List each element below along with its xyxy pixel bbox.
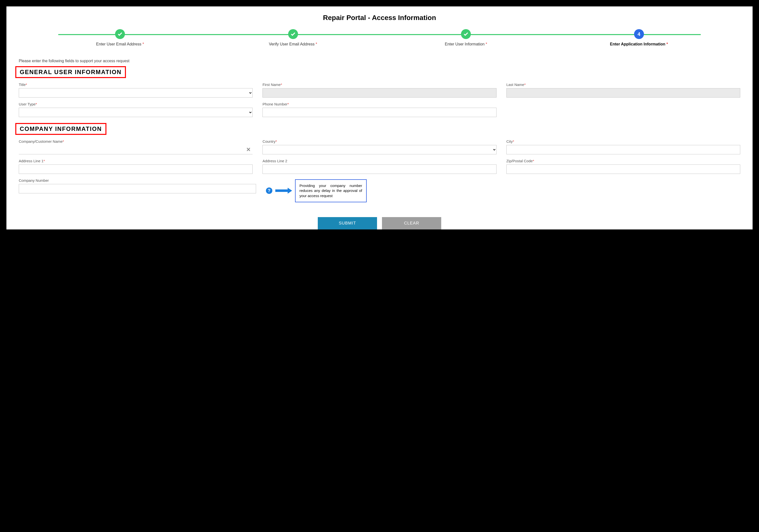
- clear-icon[interactable]: ✕: [244, 146, 253, 153]
- address2-label-text: Address Line 2: [262, 159, 287, 163]
- step-2-label: Verify User Email Address *: [269, 42, 317, 46]
- company-number-input[interactable]: [19, 184, 256, 193]
- company-number-label-text: Company Number: [19, 178, 49, 183]
- city-input[interactable]: [506, 145, 740, 154]
- phone-label-text: Phone Number: [262, 102, 287, 106]
- progress-stepper: Enter User Email Address * Verify User E…: [34, 29, 725, 46]
- required-mark: *: [486, 42, 487, 46]
- company-name-label-text: Company/Customer Name: [19, 139, 63, 143]
- address1-field: Address Line 1*: [19, 159, 253, 174]
- required-mark: *: [524, 82, 526, 87]
- phone-field: Phone Number*: [262, 102, 496, 117]
- first-name-label: First Name*: [262, 82, 496, 87]
- step-1-label: Enter User Email Address *: [96, 42, 144, 46]
- user-type-select[interactable]: [19, 108, 253, 117]
- required-mark: *: [513, 139, 514, 143]
- first-name-label-text: First Name: [262, 82, 280, 87]
- required-mark: *: [36, 102, 37, 106]
- required-mark: *: [142, 42, 144, 46]
- company-number-callout-row: ? Providing your company number reduces …: [266, 179, 740, 202]
- instruction-text: Please enter the following fields to sup…: [19, 59, 740, 63]
- company-name-input[interactable]: [19, 145, 244, 154]
- step-3-text: Enter User Information: [445, 42, 484, 46]
- company-number-row-grid: Company Number ? Providing your company …: [19, 178, 740, 202]
- step-3: Enter User Information *: [380, 29, 553, 46]
- company-heading: COMPANY INFORMATION: [15, 123, 106, 135]
- company-number-field: Company Number: [19, 178, 256, 202]
- step-2-text: Verify User Email Address: [269, 42, 315, 46]
- address1-label: Address Line 1*: [19, 159, 253, 163]
- check-icon: [288, 29, 298, 39]
- country-label: Country*: [262, 139, 496, 143]
- callout-box: Providing your company number reduces an…: [295, 179, 367, 202]
- step-4-text: Enter Application Information: [610, 42, 665, 46]
- required-mark: *: [281, 82, 282, 87]
- company-name-label: Company/Customer Name*: [19, 139, 253, 143]
- city-field: City*: [506, 139, 740, 154]
- address2-input[interactable]: [262, 164, 496, 174]
- step-4-label: Enter Application Information *: [610, 42, 668, 46]
- zip-label-text: Zip/Postal Code: [506, 159, 533, 163]
- country-select[interactable]: [262, 145, 496, 154]
- required-mark: *: [63, 139, 64, 143]
- general-user-heading: GENERAL USER INFORMATION: [15, 66, 126, 78]
- button-row: SUBMIT CLEAR: [19, 217, 740, 229]
- country-field: Country*: [262, 139, 496, 154]
- required-mark: *: [43, 159, 45, 163]
- required-mark: *: [287, 102, 289, 106]
- required-mark: *: [26, 82, 27, 87]
- company-name-wrap: ✕: [19, 145, 253, 154]
- title-field: Title*: [19, 82, 253, 98]
- required-mark: *: [533, 159, 534, 163]
- first-name-field: First Name*: [262, 82, 496, 98]
- zip-label: Zip/Postal Code*: [506, 159, 740, 163]
- step-1-text: Enter User Email Address: [96, 42, 141, 46]
- company-form-grid: Company/Customer Name* ✕ Country* City*: [19, 139, 740, 174]
- clear-button[interactable]: CLEAR: [382, 217, 441, 229]
- zip-field: Zip/Postal Code*: [506, 159, 740, 174]
- title-label: Title*: [19, 82, 253, 87]
- phone-input[interactable]: [262, 108, 496, 117]
- city-label: City*: [506, 139, 740, 143]
- check-icon: [461, 29, 471, 39]
- country-label-text: Country: [262, 139, 276, 143]
- first-name-input[interactable]: [262, 88, 496, 98]
- required-mark: *: [316, 42, 317, 46]
- step-4: 4 Enter Application Information *: [553, 29, 726, 46]
- general-form-grid: Title* First Name* Last Name* User Type*: [19, 82, 740, 117]
- phone-label: Phone Number*: [262, 102, 496, 106]
- last-name-input[interactable]: [506, 88, 740, 98]
- title-select[interactable]: [19, 88, 253, 98]
- user-type-label: User Type*: [19, 102, 253, 106]
- last-name-field: Last Name*: [506, 82, 740, 98]
- company-name-field: Company/Customer Name* ✕: [19, 139, 253, 154]
- step-2: Verify User Email Address *: [207, 29, 380, 46]
- check-icon: [115, 29, 125, 39]
- required-mark: *: [666, 42, 668, 46]
- address1-input[interactable]: [19, 164, 253, 174]
- page-title: Repair Portal - Access Information: [19, 14, 740, 22]
- address2-label: Address Line 2: [262, 159, 496, 163]
- step-3-label: Enter User Information *: [445, 42, 487, 46]
- required-mark: *: [276, 139, 277, 143]
- user-type-field: User Type*: [19, 102, 253, 117]
- company-number-label: Company Number: [19, 178, 256, 183]
- address1-label-text: Address Line 1: [19, 159, 43, 163]
- help-icon[interactable]: ?: [266, 187, 272, 194]
- last-name-label-text: Last Name: [506, 82, 524, 87]
- submit-button[interactable]: SUBMIT: [318, 217, 377, 229]
- step-1: Enter User Email Address *: [34, 29, 207, 46]
- last-name-label: Last Name*: [506, 82, 740, 87]
- user-type-label-text: User Type: [19, 102, 36, 106]
- address2-field: Address Line 2: [262, 159, 496, 174]
- arrow-icon: [275, 188, 292, 194]
- step-number-icon: 4: [634, 29, 644, 39]
- zip-input[interactable]: [506, 164, 740, 174]
- city-label-text: City: [506, 139, 513, 143]
- title-label-text: Title: [19, 82, 26, 87]
